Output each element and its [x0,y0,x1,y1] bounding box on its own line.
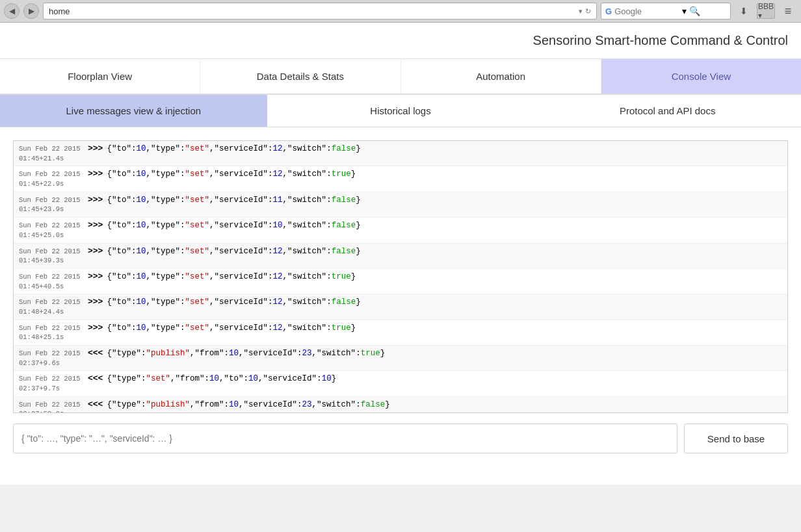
log-punct: : [326,221,332,230]
log-key: "type" [112,349,141,358]
tab-data-details[interactable]: Data Details & Stats [200,59,400,94]
send-to-base-button[interactable]: Send to base [684,424,788,453]
log-number-value: 23 [302,349,312,358]
log-timestamp: Sun Feb 22 2015 01:45+23.9s [19,196,84,214]
extensions-button[interactable]: BBB ▾ [757,3,775,19]
log-punct: , [283,272,288,281]
log-punct: , [146,247,151,256]
log-punct: : [356,349,361,358]
log-key: "type" [151,170,180,179]
url-icons: ▾ ↻ [579,7,591,16]
log-message: {"to":10,"type":"set","serviceId":12,"sw… [107,298,782,307]
log-punct: : [297,349,302,358]
log-key: "switch" [287,221,326,230]
log-bool-false: false [332,247,356,256]
log-direction: >>> [88,144,103,153]
log-punct: : [326,196,332,205]
log-punct: , [219,374,224,383]
log-string-value: "publish" [146,400,190,409]
log-direction: >>> [88,246,103,256]
log-punct: } [356,221,361,230]
log-punct: } [385,400,390,409]
url-bar[interactable]: home ▾ ↻ [43,3,597,19]
log-punct: , [209,247,215,256]
forward-button[interactable]: ▶ [23,3,39,19]
log-punct: : [180,272,185,281]
log-row: Sun Feb 22 2015 01:45+22.9s >>> {"to":10… [14,166,787,192]
log-key: "type" [151,221,180,230]
log-key: "serviceId" [215,144,269,153]
search-dropdown-icon: ▾ [682,6,687,16]
search-input[interactable] [614,6,679,16]
log-punct: : [180,196,185,205]
log-timestamp: Sun Feb 22 2015 01:45+21.4s [19,144,84,163]
log-key: "to" [112,170,131,179]
log-punct: , [239,349,244,358]
log-timestamp: Sun Feb 22 2015 01:45+40.5s [19,272,84,291]
log-direction: <<< [88,348,103,358]
log-punct: } [356,196,361,205]
log-number-value: 10 [136,144,146,153]
console-input[interactable] [13,424,677,453]
log-number-value: 12 [273,247,283,256]
log-direction: <<< [88,374,103,383]
log-punct: : [268,196,273,205]
log-string-value: "set" [185,170,210,179]
log-number-value: 10 [136,196,146,205]
back-button[interactable]: ◀ [4,3,20,19]
log-punct: : [326,323,332,333]
log-row: Sun Feb 22 2015 02:37+9.6s <<< {"type":"… [14,346,787,371]
sub-tab-protocol-docs[interactable]: Protocol and API docs [534,95,801,127]
sub-tab-historical-logs[interactable]: Historical logs [267,95,534,127]
sub-nav: Live messages view & injection Historica… [0,95,801,127]
log-key: "to" [112,144,131,153]
log-direction: >>> [88,323,103,333]
log-direction: >>> [88,297,103,307]
search-icon[interactable]: 🔍 [689,6,700,16]
log-punct: : [326,170,332,179]
log-key: "from" [194,400,224,409]
log-number-value: 12 [273,272,283,281]
log-message: {"to":10,"type":"set","serviceId":10,"sw… [107,221,782,230]
search-area[interactable]: G ▾ 🔍 [601,3,731,19]
log-punct: : [268,298,273,307]
log-punct: : [244,374,249,383]
tab-floorplan[interactable]: Floorplan View [0,59,200,94]
tab-console-view[interactable]: Console View [601,59,801,94]
log-message: {"to":10,"type":"set","serviceId":12,"sw… [107,170,782,179]
log-string-value: "set" [185,144,210,153]
log-punct: : [326,298,332,307]
log-message: {"to":10,"type":"set","serviceId":12,"sw… [107,272,782,281]
log-key: "switch" [287,196,326,205]
sub-tab-live-messages[interactable]: Live messages view & injection [0,95,267,127]
log-key: "type" [112,374,141,383]
log-punct: : [268,272,273,281]
log-key: "serviceId" [215,323,269,333]
log-row: Sun Feb 22 2015 02:37+9.7s <<< {"type":"… [14,371,787,396]
log-bool-false: false [332,196,356,205]
log-bool-false: false [332,298,356,307]
log-message: {"type":"set","from":10,"to":10,"service… [107,374,782,383]
log-punct: , [209,323,215,333]
browser-toolbar: ◀ ▶ home ▾ ↻ G ▾ 🔍 ⬇ BBB ▾ ≡ [0,0,801,22]
log-string-value: "set" [185,221,210,230]
tab-automation[interactable]: Automation [401,59,601,94]
log-punct: , [146,323,151,333]
log-punct: , [146,221,151,230]
url-dropdown-icon: ▾ [579,7,583,16]
download-button[interactable]: ⬇ [735,3,753,19]
menu-button[interactable]: ≡ [779,3,797,19]
log-message: {"type":"publish","from":10,"serviceId":… [107,349,782,358]
url-reload-icon[interactable]: ↻ [585,7,591,16]
log-timestamp: Sun Feb 22 2015 01:48+25.1s [19,323,84,342]
log-timestamp: Sun Feb 22 2015 01:45+25.0s [19,221,84,240]
log-punct: : [356,400,361,409]
console-container: Sun Feb 22 2015 01:45+21.4s >>> {"to":10… [0,127,801,466]
log-key: "from" [175,374,204,383]
log-key: "switch" [317,349,356,358]
log-punct: , [209,298,215,307]
console-log-area[interactable]: Sun Feb 22 2015 01:45+21.4s >>> {"to":10… [13,140,788,413]
log-punct: } [332,374,337,383]
log-punct: , [239,400,244,409]
log-key: "to" [112,221,131,230]
